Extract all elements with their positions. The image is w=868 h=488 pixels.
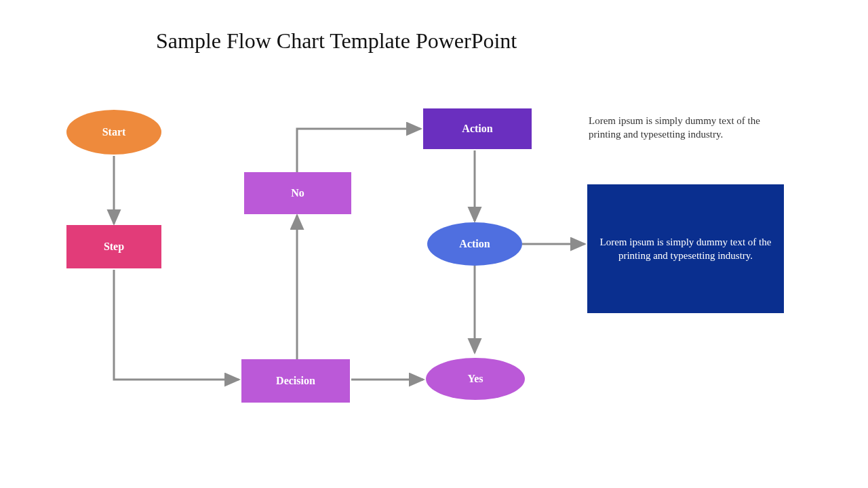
node-yes-label: Yes [467,371,483,386]
node-start: Start [66,110,161,155]
info-box-text: Lorem ipsum is simply dummy text of the … [597,235,774,263]
node-action-2: Action [427,222,522,266]
node-no: No [244,172,351,214]
node-no-label: No [291,186,304,201]
node-decision: Decision [241,359,350,403]
node-action-1: Action [423,108,532,149]
node-step: Step [66,225,161,268]
node-decision-label: Decision [276,373,315,388]
node-step-label: Step [104,239,124,254]
side-note: Lorem ipsum is simply dummy text of the … [589,114,792,142]
flowchart-canvas: Start Step Decision No Yes Action Action… [0,0,868,488]
info-box: Lorem ipsum is simply dummy text of the … [587,184,784,313]
node-start-label: Start [102,125,126,140]
node-yes: Yes [426,358,525,400]
node-action-1-label: Action [462,121,492,136]
node-action-2-label: Action [459,237,490,251]
